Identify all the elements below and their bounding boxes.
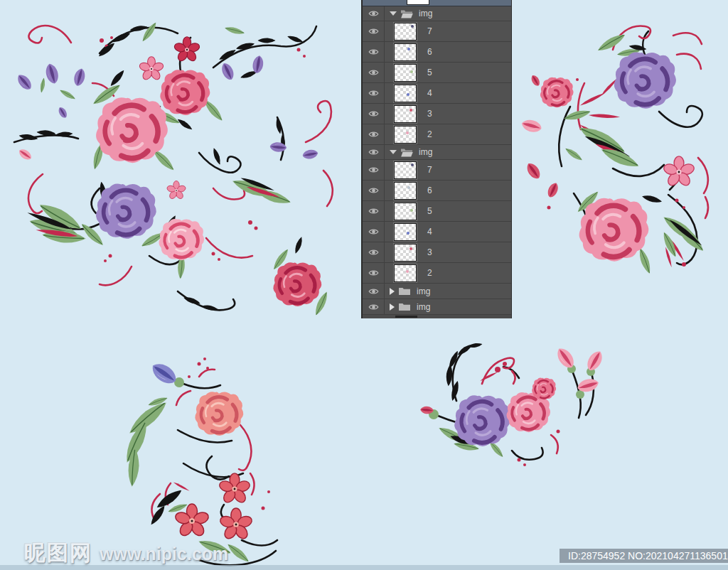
thumbnail-content-speck — [407, 186, 410, 189]
layer-name: 4 — [427, 88, 432, 98]
layer-thumbnail[interactable] — [394, 105, 417, 123]
site-watermark: 昵图网 www.nipic.com — [24, 539, 228, 568]
visibility-eye-icon[interactable] — [363, 284, 385, 299]
layers-panel: img765432img765432imgimg — [361, 0, 512, 318]
site-name-logo: 昵图网 — [24, 539, 92, 568]
visibility-eye-icon[interactable] — [363, 222, 385, 242]
layer-row[interactable]: 2 — [363, 124, 511, 145]
expand-triangle-icon[interactable] — [390, 303, 395, 311]
floral-cluster-right — [506, 16, 719, 282]
thumbnail-content-speck — [407, 93, 410, 96]
folder-closed-icon — [398, 286, 411, 296]
layer-name: 5 — [427, 206, 432, 216]
visibility-eye-icon[interactable] — [363, 145, 385, 159]
layer-name: 2 — [427, 268, 432, 278]
visibility-eye-icon[interactable] — [363, 83, 385, 103]
layer-group-row[interactable]: img — [363, 299, 511, 315]
layer-row[interactable]: 7 — [363, 160, 511, 181]
thumbnail-content-speck — [410, 109, 412, 112]
layer-thumbnail[interactable] — [394, 244, 417, 262]
layer-thumbnail[interactable] — [394, 182, 417, 200]
layer-row[interactable]: 5 — [363, 201, 511, 222]
layer-name: 5 — [427, 68, 432, 77]
layer-name: 7 — [427, 165, 432, 175]
thumbnail-content-speck — [410, 70, 413, 73]
thumbnail-content-speck — [411, 25, 414, 28]
thumbnail-content-speck — [406, 131, 409, 134]
visibility-eye-icon[interactable] — [363, 263, 385, 283]
collapse-triangle-icon[interactable] — [390, 11, 397, 16]
layer-name: 4 — [427, 227, 432, 237]
thumbnail-content-speck — [410, 247, 412, 250]
visibility-eye-icon[interactable] — [363, 242, 385, 262]
layer-rows-container: img765432img765432imgimg — [363, 6, 511, 315]
thumbnail-content-speck — [407, 232, 410, 235]
folder-open-icon — [400, 148, 413, 157]
floral-cluster-bottom-left — [92, 334, 291, 570]
group-name: img — [419, 9, 432, 18]
layer-thumbnail[interactable] — [394, 64, 417, 82]
visibility-eye-icon[interactable] — [363, 42, 385, 62]
layer-row[interactable]: 6 — [363, 181, 511, 201]
thumbnail-content-speck — [406, 270, 409, 273]
site-url: www.nipic.com — [100, 544, 228, 564]
layer-row[interactable]: 2 — [363, 263, 511, 284]
layer-thumbnail[interactable] — [394, 43, 417, 61]
layer-thumbnail[interactable] — [394, 161, 417, 179]
expand-triangle-icon[interactable] — [390, 288, 395, 295]
collapse-triangle-icon[interactable] — [390, 150, 397, 154]
image-id-badge: ID:28754952 NO:20210427113650147107 — [560, 549, 728, 563]
layer-thumbnail[interactable] — [394, 23, 417, 41]
layer-thumbnail[interactable] — [394, 264, 417, 282]
visibility-eye-icon[interactable] — [363, 160, 385, 180]
folder-closed-icon — [398, 302, 411, 311]
artboard: img765432img765432imgimg 昵图网 www.nipic.c… — [0, 0, 728, 570]
layer-name: 6 — [427, 47, 432, 57]
visibility-eye-icon[interactable] — [363, 6, 385, 21]
visibility-eye-icon[interactable] — [363, 124, 385, 144]
layer-row[interactable]: 5 — [363, 63, 511, 83]
layer-name: 3 — [427, 109, 432, 119]
clipped-layer-row-bottom[interactable] — [363, 315, 511, 318]
layer-row[interactable]: 6 — [363, 42, 511, 63]
layer-thumbnail[interactable] — [394, 126, 417, 144]
layer-row[interactable]: 3 — [363, 104, 511, 124]
layer-group-row[interactable]: img — [363, 145, 511, 160]
floral-cluster-bottom-center — [412, 328, 626, 470]
visibility-eye-icon[interactable] — [363, 181, 385, 200]
layer-row[interactable]: 4 — [363, 83, 511, 104]
thumbnail-content-speck — [411, 163, 414, 166]
layer-row[interactable]: 3 — [363, 242, 511, 263]
layer-name: 6 — [427, 185, 432, 195]
layer-name: 3 — [427, 247, 432, 257]
layer-thumbnail[interactable] — [394, 203, 417, 220]
group-name: img — [417, 302, 430, 312]
layer-group-row[interactable]: img — [363, 284, 511, 299]
visibility-eye-icon[interactable] — [363, 104, 385, 124]
visibility-eye-icon[interactable] — [363, 21, 385, 41]
folder-open-icon — [400, 9, 413, 18]
thumbnail-content-speck — [407, 48, 410, 50]
group-name: img — [419, 147, 432, 157]
clipped-selected-layer-row[interactable] — [363, 0, 511, 6]
visibility-eye-icon[interactable] — [363, 201, 385, 221]
group-name: img — [417, 286, 430, 296]
layer-row[interactable]: 7 — [363, 21, 511, 42]
floral-cluster-top-left — [0, 11, 359, 330]
layer-group-row[interactable]: img — [363, 6, 511, 21]
layer-thumbnail-sliver — [395, 316, 417, 318]
layer-thumbnail-sliver — [407, 0, 429, 5]
layer-name: 7 — [427, 26, 432, 36]
visibility-eye-icon[interactable] — [363, 63, 385, 82]
layer-row[interactable]: 4 — [363, 222, 511, 242]
thumbnail-content-speck — [410, 209, 413, 212]
layer-name: 2 — [427, 129, 432, 139]
layer-thumbnail[interactable] — [394, 223, 417, 241]
visibility-eye-icon[interactable] — [363, 299, 385, 314]
layer-thumbnail[interactable] — [394, 85, 417, 102]
